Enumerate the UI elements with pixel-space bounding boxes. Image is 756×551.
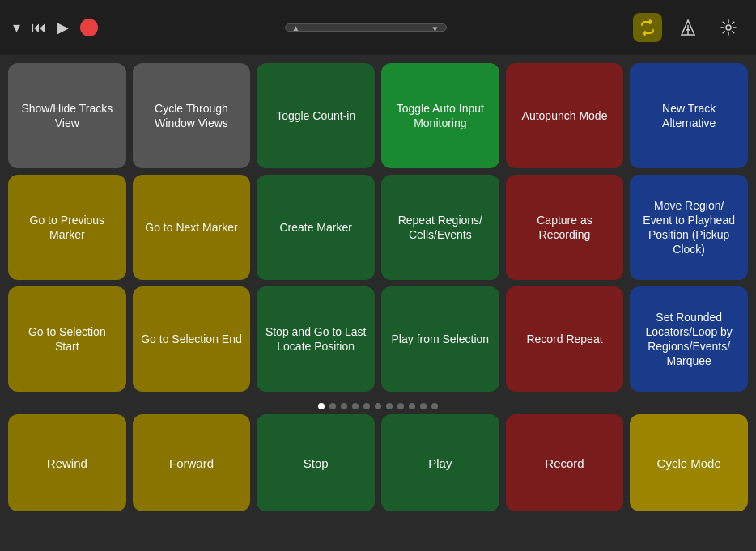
- svg-point-3: [726, 25, 731, 30]
- grid-cell-2-4[interactable]: Record Repeat: [506, 286, 624, 392]
- grid-cell-1-1[interactable]: Go to Next Marker: [133, 175, 251, 280]
- grid-cell-1-5[interactable]: Move Region/ Event to Playhead Position …: [630, 175, 748, 280]
- grid-cell-1-4[interactable]: Capture as Recording: [506, 175, 624, 280]
- right-controls: [633, 13, 743, 42]
- page-dot-1[interactable]: [329, 403, 336, 409]
- grid-cell-1-2[interactable]: Create Marker: [257, 175, 375, 280]
- record-button[interactable]: [80, 19, 98, 36]
- page-dot-6[interactable]: [386, 403, 393, 409]
- position-display: ▲ ▼: [108, 23, 623, 32]
- grid-cell-2-1[interactable]: Go to Selection End: [133, 286, 251, 392]
- dropdown-arrow-icon[interactable]: ▾: [13, 19, 20, 36]
- page-dot-10[interactable]: [431, 403, 438, 409]
- bottom-cell-5[interactable]: Cycle Mode: [630, 414, 748, 511]
- page-dot-9[interactable]: [420, 403, 427, 409]
- grid-cell-2-3[interactable]: Play from Selection: [381, 286, 499, 392]
- position-selector[interactable]: ▲ ▼: [285, 23, 447, 32]
- bottom-cell-3[interactable]: Play: [381, 414, 499, 511]
- grid-cell-0-2[interactable]: Toggle Count-in: [257, 63, 375, 168]
- grid-cell-0-4[interactable]: Autopunch Mode: [506, 63, 624, 168]
- transport-controls: ▾ ⏮ ▶: [13, 19, 98, 36]
- grid-cell-0-3[interactable]: Toggle Auto Input Monitoring: [381, 63, 499, 168]
- command-grid: Show/Hide Tracks ViewCycle Through Windo…: [0, 55, 756, 396]
- settings-button[interactable]: [714, 13, 743, 42]
- bottom-cell-2[interactable]: Stop: [257, 414, 375, 511]
- up-arrow-icon[interactable]: ▲: [292, 23, 300, 32]
- grid-cell-1-0[interactable]: Go to Previous Marker: [8, 175, 126, 280]
- grid-cell-0-5[interactable]: New Track Alternative: [630, 63, 748, 168]
- metronome-button[interactable]: [673, 13, 703, 42]
- grid-cell-0-0[interactable]: Show/Hide Tracks View: [8, 63, 126, 168]
- page-dot-2[interactable]: [341, 403, 347, 409]
- grid-cell-1-3[interactable]: Repeat Regions/ Cells/Events: [381, 175, 499, 280]
- bottom-cell-1[interactable]: Forward: [133, 414, 251, 511]
- grid-cell-0-1[interactable]: Cycle Through Window Views: [133, 63, 251, 168]
- play-icon[interactable]: ▶: [57, 19, 69, 36]
- bottom-cell-0[interactable]: Rewind: [8, 414, 126, 511]
- grid-cell-2-2[interactable]: Stop and Go to Last Locate Position: [257, 286, 375, 392]
- page-dot-3[interactable]: [352, 403, 359, 409]
- page-dot-7[interactable]: [397, 403, 404, 409]
- bottom-transport-bar: RewindForwardStopPlayRecordCycle Mode: [0, 414, 756, 511]
- page-dot-5[interactable]: [375, 403, 381, 409]
- top-bar: ▾ ⏮ ▶ ▲ ▼: [0, 0, 756, 55]
- grid-cell-2-5[interactable]: Set Rounded Locators/Loop by Regions/Eve…: [630, 286, 748, 392]
- page-dot-8[interactable]: [409, 403, 415, 409]
- down-arrow-icon[interactable]: ▼: [431, 20, 440, 35]
- page-dot-4[interactable]: [363, 403, 370, 409]
- skip-back-icon[interactable]: ⏮: [32, 19, 46, 36]
- cycle-button[interactable]: [633, 13, 662, 42]
- bottom-cell-4[interactable]: Record: [506, 414, 624, 511]
- page-dot-0[interactable]: [318, 403, 325, 409]
- page-indicators: [0, 396, 756, 414]
- grid-cell-2-0[interactable]: Go to Selection Start: [8, 286, 126, 392]
